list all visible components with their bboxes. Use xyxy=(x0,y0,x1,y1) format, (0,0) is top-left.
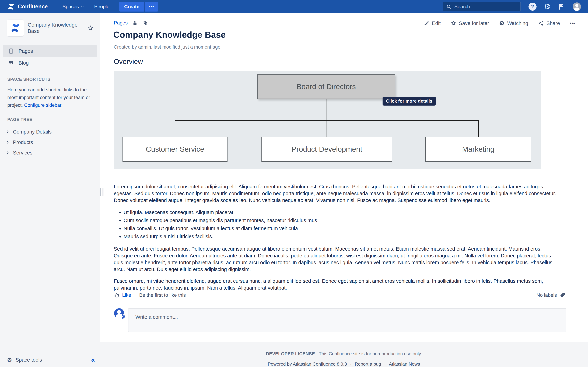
page-tree-heading: PAGE TREE xyxy=(7,117,100,122)
product-name: Confluence xyxy=(18,3,48,10)
page-actions: Edit Save for later Watching xyxy=(424,20,575,26)
avatar-edit-badge-icon xyxy=(120,314,125,319)
space-tools-gear-icon[interactable]: ⚙ xyxy=(7,357,12,363)
space-name[interactable]: Company Knowledge Base xyxy=(28,22,83,34)
tree-item-label: Products xyxy=(13,140,33,145)
page-footer: DEVELOPER LICENSE - This Confluence site… xyxy=(100,342,588,367)
create-more-button[interactable]: ••• xyxy=(145,2,158,12)
bullet-item: Mauris sed turpis a nisl ultricies facil… xyxy=(123,233,559,240)
pencil-icon xyxy=(424,20,429,26)
comment-input-box[interactable] xyxy=(128,308,566,332)
chevron-right-icon[interactable] xyxy=(6,151,10,155)
powered-by-text: Powered by Atlassian Confluence 8.0.3 xyxy=(268,361,347,367)
like-hint-text: Be the first to like this xyxy=(139,292,186,298)
search-input[interactable] xyxy=(454,4,518,9)
chevron-right-icon[interactable] xyxy=(6,130,10,134)
org-chart-tooltip: Click for more details xyxy=(382,97,436,106)
space-logo-icon[interactable] xyxy=(7,20,24,36)
page-tree: Company Details Products Services xyxy=(6,126,100,158)
space-shortcuts-help-text: Here you can add shortcut links to the m… xyxy=(7,86,92,109)
comment-user-avatar xyxy=(114,308,124,318)
org-node-product-development[interactable]: Product Development xyxy=(261,137,392,162)
nav-spaces[interactable]: Spaces xyxy=(62,4,84,9)
tree-item-company-details[interactable]: Company Details xyxy=(6,126,100,137)
tree-item-label: Company Details xyxy=(13,129,52,135)
thumbs-up-icon xyxy=(114,292,120,298)
breadcrumb: Pages xyxy=(114,20,148,26)
body-paragraph: Fusce ornare, mi vitae hendrerit eleifen… xyxy=(114,278,559,291)
sidebar-item-label: Pages xyxy=(18,48,33,54)
confluence-logo-icon xyxy=(7,3,15,11)
star-icon xyxy=(450,20,456,26)
watching-button[interactable]: Watching xyxy=(499,20,528,26)
connector-line xyxy=(327,120,327,137)
like-and-labels-row: Like Be the first to like this No labels xyxy=(114,292,566,298)
body-paragraph: Sed id velit ut orci feugiat tempus. Pel… xyxy=(114,246,559,273)
chevron-right-icon[interactable] xyxy=(6,140,10,144)
page-byline: Created by admin, last modified just a m… xyxy=(114,44,220,50)
connector-line xyxy=(478,120,479,137)
body-bullet-list: Ut ligula. Maecenas consequat. Aliquam p… xyxy=(114,209,559,240)
user-avatar[interactable] xyxy=(573,2,581,11)
section-heading: Overview xyxy=(114,58,559,66)
tree-item-services[interactable]: Services xyxy=(6,148,100,158)
space-shortcuts-heading: SPACE SHORTCUTS xyxy=(7,77,100,82)
main-area: Pages xyxy=(100,13,588,367)
like-button[interactable]: Like xyxy=(114,292,131,298)
labels-text: No labels xyxy=(536,292,557,298)
org-node-customer-service[interactable]: Customer Service xyxy=(122,137,227,162)
space-sidebar: Company Knowledge Base Pages Blog xyxy=(0,13,100,367)
space-tools-label[interactable]: Space tools xyxy=(16,357,42,363)
report-a-bug-link[interactable]: Report a bug xyxy=(355,361,381,367)
labels-control[interactable]: No labels xyxy=(536,292,566,298)
sidebar-item-label: Blog xyxy=(18,60,29,66)
confluence-logo[interactable]: Confluence xyxy=(7,3,48,11)
footer-links: Powered by Atlassian Confluence 8.0.3·Re… xyxy=(100,361,588,367)
space-header: Company Knowledge Base xyxy=(0,13,100,36)
nav-people[interactable]: People xyxy=(94,4,109,9)
atlassian-news-link[interactable]: Atlassian News xyxy=(389,361,420,367)
favorite-star-icon[interactable] xyxy=(87,25,94,31)
space-tools: ⚙ Space tools « xyxy=(7,357,95,363)
edit-button[interactable]: Edit xyxy=(424,20,441,26)
create-button[interactable]: Create xyxy=(119,2,144,12)
pages-doc-icon xyxy=(8,48,14,54)
page-content: Pages xyxy=(100,13,588,342)
bullet-item: Cum sociis natoque penatibus et magnis d… xyxy=(123,217,559,224)
configure-sidebar-link[interactable]: Configure sidebar xyxy=(24,103,61,108)
body-paragraph: Lorem ipsum dolor sit amet, consectetur … xyxy=(114,183,559,204)
page-more-button[interactable]: ••• xyxy=(570,21,575,26)
breadcrumb-pages-link[interactable]: Pages xyxy=(114,20,128,26)
tag-icon xyxy=(560,292,566,298)
share-icon xyxy=(538,20,544,26)
create-split-button: Create ••• xyxy=(119,2,158,12)
sidebar-item-blog[interactable]: Blog xyxy=(3,57,97,69)
attachments-paperclip-icon[interactable] xyxy=(142,19,150,27)
collapse-sidebar-button[interactable]: « xyxy=(91,357,95,363)
unlock-icon[interactable] xyxy=(132,20,138,26)
watching-eye-icon xyxy=(499,20,505,26)
topbar-icons: ? ⚙ xyxy=(528,2,581,11)
tree-item-products[interactable]: Products xyxy=(6,137,100,148)
org-chart: Board of Directors Click for more detail… xyxy=(114,71,541,169)
admin-gear-icon[interactable]: ⚙ xyxy=(544,3,551,10)
bullet-item: Ut ligula. Maecenas consequat. Aliquam p… xyxy=(123,209,559,216)
comment-composer xyxy=(114,308,566,332)
comment-input[interactable] xyxy=(129,309,566,320)
connector-line xyxy=(327,99,327,120)
help-icon[interactable]: ? xyxy=(528,3,536,11)
page-title: Company Knowledge Base xyxy=(113,30,226,40)
search-box[interactable] xyxy=(443,2,521,11)
chevron-down-icon xyxy=(80,5,84,8)
license-notice: DEVELOPER LICENSE - This Confluence site… xyxy=(100,351,588,357)
org-node-board-of-directors[interactable]: Board of Directors xyxy=(257,74,395,99)
connector-line xyxy=(175,120,175,137)
notifications-flag-icon[interactable] xyxy=(558,3,565,10)
top-nav: Spaces People xyxy=(62,4,110,9)
space-nav: Pages Blog xyxy=(3,45,97,69)
org-node-marketing[interactable]: Marketing xyxy=(425,137,531,162)
sidebar-resize-grip[interactable] xyxy=(100,188,104,196)
save-for-later-button[interactable]: Save for later xyxy=(450,20,489,26)
sidebar-item-pages[interactable]: Pages xyxy=(3,45,97,57)
share-button[interactable]: Share xyxy=(538,20,560,26)
